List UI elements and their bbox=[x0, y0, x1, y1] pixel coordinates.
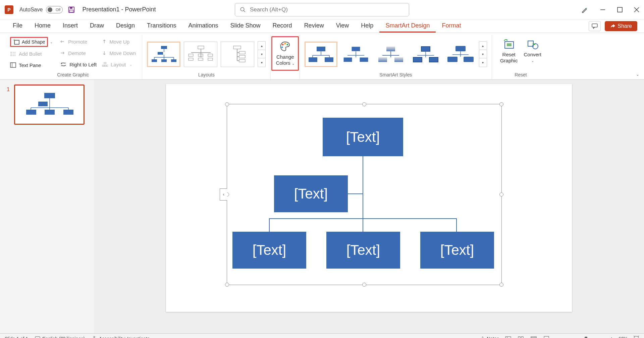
save-button[interactable] bbox=[67, 6, 75, 14]
layout-dropdown[interactable]: Layout⌄ bbox=[102, 60, 136, 69]
reset-group-label: Reset bbox=[515, 71, 527, 79]
svg-point-99 bbox=[94, 336, 95, 338]
maximize-button[interactable] bbox=[617, 7, 623, 12]
change-colors-button[interactable]: ChangeColors ⌄ bbox=[271, 36, 299, 71]
svg-rect-21 bbox=[102, 65, 104, 66]
style-thumb-1[interactable] bbox=[305, 42, 337, 67]
share-button[interactable]: Share bbox=[605, 21, 637, 31]
style-spin-up[interactable]: ▴ bbox=[479, 42, 487, 50]
org-box-child-2[interactable]: [Text] bbox=[326, 232, 400, 269]
tab-view[interactable]: View bbox=[330, 19, 355, 33]
spin-up-icon[interactable]: ▴ bbox=[258, 42, 265, 50]
svg-rect-18 bbox=[10, 63, 16, 67]
tab-format[interactable]: Format bbox=[436, 19, 467, 33]
tab-insert[interactable]: Insert bbox=[57, 19, 84, 33]
search-input[interactable]: Search (Alt+Q) bbox=[235, 3, 409, 16]
svg-rect-38 bbox=[189, 54, 193, 56]
style-spin-more[interactable]: ▾ bbox=[479, 58, 487, 67]
zoom-out-button[interactable]: − bbox=[555, 335, 559, 338]
layout-gallery-spinner[interactable]: ▴▾▾ bbox=[258, 41, 266, 67]
tab-help[interactable]: Help bbox=[355, 19, 379, 33]
slide-thumbnail-1[interactable] bbox=[14, 84, 85, 125]
style-thumb-5[interactable] bbox=[444, 42, 477, 67]
style-spin-down[interactable]: ▾ bbox=[479, 50, 487, 58]
style-thumb-4[interactable] bbox=[409, 42, 442, 67]
layout-thumb-2[interactable] bbox=[184, 42, 217, 67]
language-button[interactable]: English (Philippines) bbox=[35, 336, 85, 338]
add-bullet-button[interactable]: Add Bullet bbox=[10, 49, 55, 58]
accessibility-button[interactable]: Accessibility: Investigate bbox=[92, 336, 150, 338]
style-thumb-3[interactable] bbox=[374, 42, 407, 67]
org-box-assistant[interactable]: [Text] bbox=[274, 175, 348, 212]
convert-button[interactable]: Convert⌄ bbox=[524, 39, 541, 63]
org-box-top[interactable]: [Text] bbox=[323, 118, 403, 156]
move-down-button[interactable]: Move Down bbox=[102, 48, 136, 58]
slide-sorter-button[interactable] bbox=[517, 336, 525, 338]
tab-design[interactable]: Design bbox=[110, 19, 141, 33]
pen-icon[interactable] bbox=[581, 6, 588, 13]
slide-panel[interactable]: 1 bbox=[0, 80, 94, 333]
resize-handle[interactable] bbox=[499, 283, 503, 287]
collapse-ribbon-icon[interactable]: ⌄ bbox=[636, 72, 639, 77]
svg-rect-68 bbox=[386, 47, 395, 51]
slideshow-view-button[interactable] bbox=[543, 336, 550, 338]
layout-thumb-3[interactable] bbox=[221, 42, 254, 67]
tab-slideshow[interactable]: Slide Show bbox=[224, 19, 267, 33]
smartart-selection[interactable]: ‹ [Text] [Text] [Text] [Text] [Text] bbox=[227, 104, 502, 285]
spin-more-icon[interactable]: ▾ bbox=[258, 58, 265, 67]
style-thumb-2[interactable] bbox=[339, 42, 372, 67]
tab-record[interactable]: Record bbox=[267, 19, 298, 33]
tab-draw[interactable]: Draw bbox=[84, 19, 110, 33]
resize-handle[interactable] bbox=[499, 102, 503, 106]
close-button[interactable] bbox=[634, 7, 639, 12]
promote-button[interactable]: Promote bbox=[60, 37, 97, 46]
minimize-button[interactable] bbox=[600, 7, 606, 13]
tab-home[interactable]: Home bbox=[29, 19, 57, 33]
comments-button[interactable] bbox=[589, 21, 601, 31]
resize-handle[interactable] bbox=[225, 283, 229, 287]
reading-view-button[interactable] bbox=[530, 336, 537, 338]
resize-handle[interactable] bbox=[362, 102, 366, 106]
zoom-slider-knob[interactable] bbox=[585, 337, 587, 338]
autosave-toggle[interactable]: Off bbox=[46, 6, 63, 13]
svg-rect-26 bbox=[158, 52, 163, 55]
svg-rect-1 bbox=[70, 7, 72, 9]
demote-button[interactable]: Demote bbox=[60, 48, 97, 58]
tab-transitions[interactable]: Transitions bbox=[141, 19, 182, 33]
add-shape-dropdown[interactable]: ⌄ bbox=[48, 40, 55, 44]
tab-smartart-design[interactable]: SmartArt Design bbox=[379, 19, 436, 33]
move-up-button[interactable]: Move Up bbox=[102, 37, 136, 46]
org-box-child-3[interactable]: [Text] bbox=[420, 232, 494, 269]
layout-thumb-1[interactable] bbox=[147, 42, 180, 67]
reset-graphic-button[interactable]: ResetGraphic bbox=[500, 39, 518, 64]
normal-view-button[interactable] bbox=[504, 336, 512, 338]
resize-handle[interactable] bbox=[499, 192, 503, 196]
fit-to-window-button[interactable] bbox=[633, 335, 639, 338]
slide[interactable]: ‹ [Text] [Text] [Text] [Text] [Text] bbox=[166, 84, 572, 312]
zoom-in-button[interactable]: + bbox=[610, 336, 613, 338]
tab-review[interactable]: Review bbox=[298, 19, 330, 33]
org-box-child-1[interactable]: [Text] bbox=[232, 232, 306, 269]
rtl-button[interactable]: Right to Left bbox=[60, 60, 97, 69]
resize-handle[interactable] bbox=[225, 102, 229, 106]
group-smartart-styles: ▴▾▾ SmartArt Styles bbox=[300, 35, 492, 79]
svg-rect-20 bbox=[104, 62, 106, 64]
tab-animations[interactable]: Animations bbox=[182, 19, 224, 33]
convert-label: Convert bbox=[524, 52, 541, 57]
demote-label: Demote bbox=[68, 50, 86, 56]
resize-handle[interactable] bbox=[362, 283, 366, 287]
svg-point-12 bbox=[11, 52, 12, 53]
style-gallery-spinner[interactable]: ▴▾▾ bbox=[479, 41, 487, 67]
zoom-level[interactable]: 63% bbox=[619, 336, 628, 338]
slide-canvas-area[interactable]: ‹ [Text] [Text] [Text] [Text] [Text] bbox=[94, 80, 644, 333]
tab-file[interactable]: File bbox=[7, 19, 29, 33]
add-shape-button[interactable]: + Add Shape bbox=[10, 37, 48, 47]
svg-point-55 bbox=[281, 47, 283, 48]
org-text-4: [Text] bbox=[346, 242, 380, 258]
text-pane-expand[interactable]: ‹ bbox=[220, 188, 227, 201]
text-pane-button[interactable]: Text Pane bbox=[10, 60, 55, 70]
spin-down-icon[interactable]: ▾ bbox=[258, 50, 265, 58]
notes-button[interactable]: Notes bbox=[480, 336, 499, 338]
slide-count[interactable]: Slide 1 of 1 bbox=[5, 336, 28, 338]
svg-rect-33 bbox=[161, 59, 167, 62]
